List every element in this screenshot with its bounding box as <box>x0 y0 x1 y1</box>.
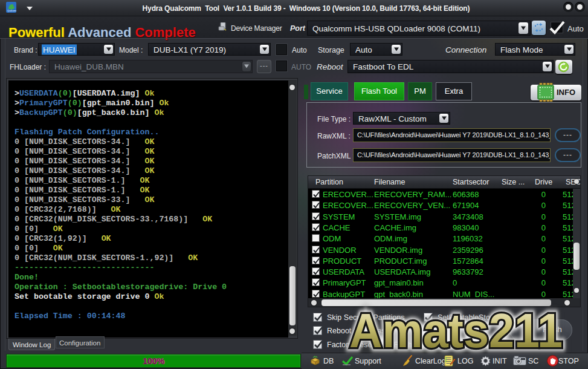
svg-text:Amats211: Amats211 <box>349 304 563 357</box>
